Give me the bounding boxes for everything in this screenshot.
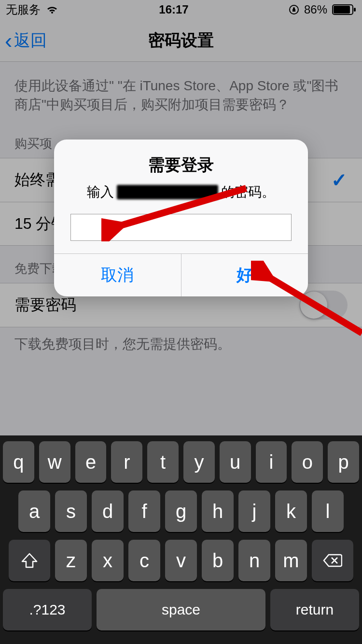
- password-input[interactable]: [70, 214, 292, 241]
- key-h[interactable]: h: [202, 490, 234, 532]
- key-g[interactable]: g: [165, 490, 197, 532]
- key-n[interactable]: n: [238, 540, 270, 581]
- ok-button[interactable]: 好: [181, 254, 308, 296]
- key-x[interactable]: x: [92, 540, 124, 581]
- key-f[interactable]: f: [128, 490, 160, 532]
- keyboard-row-2: asdfghjkl: [3, 490, 359, 532]
- keyboard: qwertyuiop asdfghjkl zxcvbnm .?123 space…: [0, 435, 362, 644]
- key-z[interactable]: z: [55, 540, 87, 581]
- keyboard-row-1: qwertyuiop: [3, 441, 359, 483]
- dialog-msg-suffix: 的密码。: [221, 183, 275, 201]
- key-s[interactable]: s: [55, 490, 87, 532]
- delete-key[interactable]: [312, 540, 353, 581]
- dialog-message: 输入 的密码。: [69, 183, 293, 201]
- key-c[interactable]: c: [128, 540, 160, 581]
- key-d[interactable]: d: [92, 490, 124, 532]
- key-t[interactable]: t: [147, 441, 179, 483]
- keyboard-row-4: .?123 space return: [3, 589, 359, 630]
- key-o[interactable]: o: [292, 441, 323, 483]
- keyboard-row-3: zxcvbnm: [3, 540, 359, 581]
- key-q[interactable]: q: [3, 441, 34, 483]
- key-i[interactable]: i: [256, 441, 287, 483]
- key-k[interactable]: k: [275, 490, 307, 532]
- backspace-icon: [323, 553, 342, 568]
- cancel-button[interactable]: 取消: [54, 254, 181, 296]
- login-dialog: 需要登录 输入 的密码。 取消 好: [54, 140, 308, 296]
- dialog-msg-prefix: 输入: [87, 183, 114, 201]
- key-j[interactable]: j: [238, 490, 270, 532]
- key-y[interactable]: y: [183, 441, 215, 483]
- key-e[interactable]: e: [75, 441, 107, 483]
- key-w[interactable]: w: [39, 441, 70, 483]
- key-r[interactable]: r: [111, 441, 142, 483]
- return-key[interactable]: return: [270, 589, 359, 630]
- key-v[interactable]: v: [165, 540, 197, 581]
- key-a[interactable]: a: [18, 490, 50, 532]
- numeric-key[interactable]: .?123: [3, 589, 92, 630]
- space-key[interactable]: space: [97, 589, 265, 630]
- key-b[interactable]: b: [202, 540, 234, 581]
- redacted-account-id: [117, 185, 218, 199]
- shift-icon: [21, 553, 38, 568]
- key-l[interactable]: l: [312, 490, 344, 532]
- key-u[interactable]: u: [220, 441, 251, 483]
- dialog-title: 需要登录: [69, 154, 293, 176]
- key-m[interactable]: m: [275, 540, 307, 581]
- shift-key[interactable]: [9, 540, 50, 581]
- key-p[interactable]: p: [328, 441, 359, 483]
